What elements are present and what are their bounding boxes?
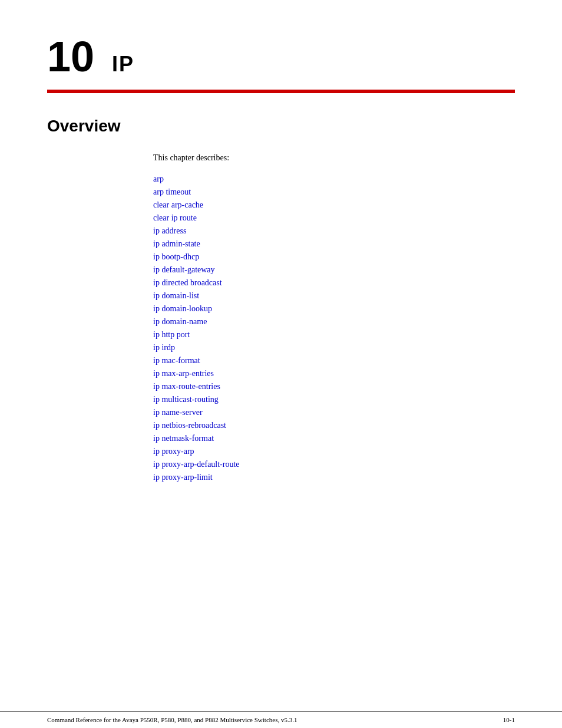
link-item-ip-netbios-rebroadcast[interactable]: ip netbios-rebroadcast [153, 421, 515, 430]
link-item-clear-ip-route[interactable]: clear ip route [153, 213, 515, 223]
link-item-ip-address[interactable]: ip address [153, 226, 515, 236]
chapter-header: 10 IP [0, 0, 562, 78]
link-item-ip-domain-lookup[interactable]: ip domain-lookup [153, 304, 515, 314]
link-item-ip-proxy-arp-default-route[interactable]: ip proxy-arp-default-route [153, 460, 515, 469]
link-item-ip-default-gateway[interactable]: ip default-gateway [153, 265, 515, 275]
link-item-ip-admin-state[interactable]: ip admin-state [153, 239, 515, 249]
link-item-clear-arp-cache[interactable]: clear arp-cache [153, 200, 515, 210]
links-list: arparp timeoutclear arp-cacheclear ip ro… [153, 174, 515, 482]
intro-text: This chapter describes: [153, 153, 515, 163]
link-item-ip-irdp[interactable]: ip irdp [153, 343, 515, 353]
link-item-ip-mac-format[interactable]: ip mac-format [153, 356, 515, 365]
link-item-ip-netmask-format[interactable]: ip netmask-format [153, 434, 515, 443]
link-item-ip-multicast-routing[interactable]: ip multicast-routing [153, 395, 515, 404]
footer-text: Command Reference for the Avaya P550R, P… [47, 716, 297, 723]
link-item-ip-max-arp-entries[interactable]: ip max-arp-entries [153, 369, 515, 378]
link-item-ip-domain-list[interactable]: ip domain-list [153, 291, 515, 301]
link-item-arp[interactable]: arp [153, 174, 515, 184]
overview-heading: Overview [47, 117, 515, 136]
link-item-ip-name-server[interactable]: ip name-server [153, 408, 515, 417]
link-item-ip-directed-broadcast[interactable]: ip directed broadcast [153, 278, 515, 288]
red-rule-divider [47, 90, 515, 93]
link-item-arp-timeout[interactable]: arp timeout [153, 187, 515, 197]
link-item-ip-max-route-entries[interactable]: ip max-route-entries [153, 382, 515, 391]
link-item-ip-domain-name[interactable]: ip domain-name [153, 317, 515, 327]
page-container: 10 IP Overview This chapter describes: a… [0, 0, 562, 728]
footer-page: 10-1 [503, 716, 515, 723]
chapter-number: 10 [47, 35, 94, 78]
link-item-ip-proxy-arp[interactable]: ip proxy-arp [153, 447, 515, 456]
link-item-ip-http-port[interactable]: ip http port [153, 330, 515, 340]
chapter-title: IP [112, 52, 134, 77]
page-footer: Command Reference for the Avaya P550R, P… [0, 711, 562, 728]
link-item-ip-proxy-arp-limit[interactable]: ip proxy-arp-limit [153, 473, 515, 482]
link-item-ip-bootp-dhcp[interactable]: ip bootp-dhcp [153, 252, 515, 262]
